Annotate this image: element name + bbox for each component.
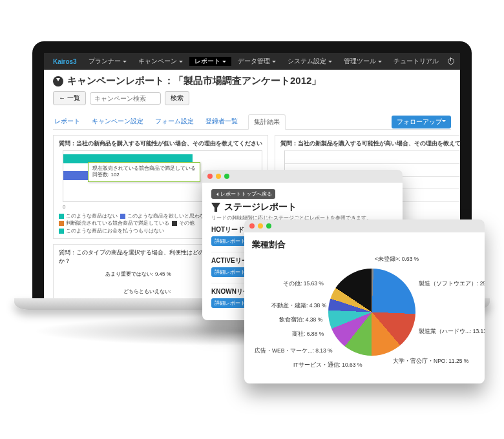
pie-label-univ: 大学・官公庁・NPO: 11.25 % (393, 358, 468, 365)
tab-campaign-settings[interactable]: キャンペーン設定 (90, 114, 145, 129)
nav-campaign[interactable]: キャンペーン (133, 57, 188, 66)
campaign-search-input[interactable] (90, 92, 161, 105)
tab-report[interactable]: レポート (53, 114, 81, 129)
nav-tutorial[interactable]: チュートリアル (388, 57, 444, 66)
power-icon[interactable] (448, 58, 454, 65)
top-nav: Kairos3 プランナー キャンペーン レポート データ管理 システム設定 管… (44, 53, 460, 70)
stage-report-title: ステージレポート (211, 201, 394, 213)
minimize-icon[interactable] (258, 223, 263, 229)
tab-registrants[interactable]: 登録者一覧 (204, 114, 239, 129)
back-list-button[interactable]: ← 一覧 (53, 91, 86, 105)
industry-pie-window: 業種割合 <未登録>: 0.63 % 製造（ソフトウエア）: 25.00 % 製… (244, 220, 485, 383)
question-text: 質問：当社の新商品を購入する可能性が低い場合、その理由を教えてください (59, 139, 262, 148)
minimize-icon[interactable] (216, 174, 221, 179)
pie-label-ad: 広告・WEB・マーケ...: 8.13 % (255, 347, 333, 355)
close-icon[interactable] (249, 223, 255, 229)
tab-form-settings[interactable]: フォーム設定 (154, 114, 195, 129)
pie-label-other: その他: 15.63 % (283, 280, 324, 288)
brand-logo: Kairos3 (48, 58, 82, 65)
window-chrome (202, 170, 403, 183)
funnel-icon (211, 203, 220, 212)
pie-label-unreg: <未登録>: 0.63 % (375, 256, 419, 263)
nav-system[interactable]: システム設定 (282, 57, 337, 66)
nav-data[interactable]: データ管理 (233, 57, 281, 66)
pie-label-soft: 製造（ソフトウエア）: 25.00 % (419, 280, 485, 288)
search-button[interactable]: 検索 (165, 91, 189, 105)
window-chrome (244, 220, 485, 232)
pie-label-hard: 製造業（ハードウ...: 13.13 % (419, 328, 485, 336)
chart-tooltip: 現在販売されている競合商品で満足している 回答数: 102 (88, 162, 200, 182)
followup-button[interactable]: フォローアップ (392, 116, 451, 128)
question-text: 質問：当社の新製品を購入する可能性が高い場合、その理由を教えて下さい。 (280, 139, 460, 148)
page-title-text: キャンペーンレポート：「製品市場調査アンケート2012」 (67, 75, 321, 87)
nav-admin[interactable]: 管理ツール (339, 57, 387, 66)
pie-label-food: 飲食宿泊: 4.38 % (279, 316, 322, 324)
nav-report[interactable]: レポート (189, 57, 231, 66)
download-icon (53, 76, 63, 87)
pie-chart: <未登録>: 0.63 % 製造（ソフトウエア）: 25.00 % 製造業（ハー… (252, 256, 477, 372)
zoom-icon[interactable] (224, 174, 229, 179)
page-title: キャンペーンレポート：「製品市場調査アンケート2012」 (53, 75, 451, 87)
pie-label-trade: 商社: 6.88 % (292, 331, 324, 338)
back-to-report-top[interactable]: レポートトップへ戻る (211, 189, 275, 199)
pie-label-it: ITサービス・通信: 10.63 % (293, 362, 362, 369)
pie-title: 業種割合 (252, 239, 477, 250)
close-icon[interactable] (207, 174, 213, 179)
nav-planner[interactable]: プランナー (83, 57, 132, 66)
pie-label-real: 不動産・建築: 4.38 % (271, 302, 326, 310)
zoom-icon[interactable] (266, 223, 271, 229)
tab-aggregate[interactable]: 集計結果 (248, 114, 286, 130)
